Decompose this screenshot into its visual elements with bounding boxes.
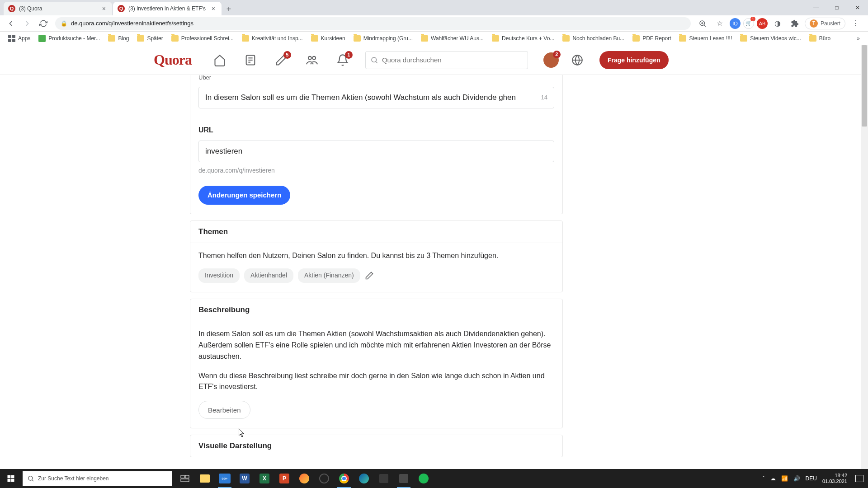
onedrive-icon[interactable]: ☁ (770, 475, 776, 482)
wifi-icon[interactable]: 📶 (781, 475, 788, 482)
uber-input[interactable]: In diesem Salon soll es um die Themen Ak… (198, 87, 554, 108)
bookmark-folder[interactable]: Mindmapping (Gru... (350, 33, 416, 43)
url-field[interactable]: 🔒 de.quora.com/q/investiereninaktienetfs… (55, 17, 691, 30)
search-box[interactable] (365, 51, 528, 69)
bookmark-folder[interactable]: Später (133, 33, 166, 43)
maximize-button[interactable]: □ (826, 0, 847, 15)
new-tab-button[interactable]: + (222, 3, 235, 15)
globe-icon[interactable] (570, 52, 585, 68)
excel-icon[interactable]: X (255, 469, 274, 488)
badge: 5 (283, 51, 291, 59)
settings-card-beschreibung: Beschreibung In diesem Salon soll es um … (190, 299, 563, 428)
tab-title: (3) Quora (19, 5, 42, 12)
ask-question-button[interactable]: Frage hinzufügen (599, 51, 669, 69)
volume-icon[interactable]: 🔊 (793, 475, 800, 482)
quora-favicon: Q (8, 5, 15, 12)
reload-button[interactable] (36, 16, 51, 31)
bookmark-folder[interactable]: Wahlfächer WU Aus... (417, 33, 487, 43)
bookmark-folder[interactable]: Professionell Schrei... (168, 33, 237, 43)
back-button[interactable] (4, 16, 18, 31)
quora-favicon: Q (118, 5, 125, 12)
profile-chip[interactable]: T Pausiert (805, 18, 845, 29)
svg-rect-9 (8, 475, 11, 479)
start-button[interactable] (0, 469, 22, 488)
settings-card-about: Über In diesem Salon soll es um die Them… (190, 75, 563, 214)
topic-chip[interactable]: Investition (198, 268, 240, 283)
extensions-menu-icon[interactable] (788, 16, 802, 31)
bookmark-folder[interactable]: PDF Report (629, 33, 675, 43)
notifications-icon[interactable] (855, 475, 863, 482)
apps-button[interactable]: Apps (5, 33, 34, 44)
bookmark-folder[interactable]: Steuern Lesen !!!! (675, 33, 736, 43)
bookmarks-overflow[interactable]: » (853, 35, 863, 42)
browser-tab[interactable]: Q (3) Quora × (4, 2, 112, 15)
language-indicator[interactable]: DEU (806, 475, 817, 482)
menu-icon[interactable]: ⋮ (848, 16, 863, 31)
svg-rect-15 (185, 475, 189, 478)
close-icon[interactable]: × (100, 5, 108, 12)
browser-tab-strip: Q (3) Quora × Q (3) Investieren in Aktie… (0, 0, 868, 15)
close-window-button[interactable]: ✕ (847, 0, 868, 15)
svg-rect-10 (11, 475, 14, 479)
bookmark-folder[interactable]: Kreativität und Insp... (238, 33, 307, 43)
bookmark-folder[interactable]: Steuern Videos wic... (736, 33, 805, 43)
calendar-icon[interactable]: 99+ (215, 469, 234, 488)
extension-icon[interactable]: 🛒1 (743, 18, 754, 29)
bookmark-folder[interactable]: Deutsche Kurs + Vo... (488, 33, 558, 43)
topic-chip[interactable]: Aktienhandel (244, 268, 293, 283)
close-icon[interactable]: × (210, 5, 217, 12)
description-paragraph: In diesem Salon soll es um die Themen Ak… (198, 328, 554, 362)
extension-icon[interactable]: IQ (730, 18, 741, 29)
taskbar-search[interactable]: Zur Suche Text hier eingeben (23, 471, 172, 486)
section-title: Themen (190, 221, 562, 243)
app-icon[interactable] (374, 469, 393, 488)
browser-tab-active[interactable]: Q (3) Investieren in Aktien & ETF's × (113, 2, 222, 15)
powerpoint-icon[interactable]: P (275, 469, 294, 488)
section-title: Visuelle Darstellung (190, 435, 562, 457)
url-text: de.quora.com/q/investiereninaktienetfs/s… (71, 20, 193, 27)
system-tray: ˄ ☁ 📶 🔊 DEU 18:42 01.03.2021 (762, 473, 868, 484)
word-icon[interactable]: W (235, 469, 254, 488)
star-icon[interactable]: ☆ (712, 16, 727, 31)
bookmark-folder[interactable]: Noch hochladen Bu... (559, 33, 628, 43)
task-view-icon[interactable] (175, 469, 194, 488)
svg-point-6 (312, 56, 316, 59)
app-icon[interactable] (295, 469, 314, 488)
spotify-icon[interactable] (414, 469, 433, 488)
edit-button[interactable]: Bearbeiten (198, 401, 250, 419)
scroll-thumb[interactable] (862, 45, 867, 127)
file-explorer-icon[interactable] (195, 469, 214, 488)
tray-chevron-icon[interactable]: ˄ (762, 475, 765, 482)
clock[interactable]: 18:42 01.03.2021 (822, 473, 850, 484)
obs-icon[interactable] (315, 469, 334, 488)
address-bar: 🔒 de.quora.com/q/investiereninaktienetfs… (0, 15, 868, 32)
bookmark-folder[interactable]: Kursideen (307, 33, 349, 43)
chrome-icon[interactable] (335, 469, 354, 488)
edge-icon[interactable] (354, 469, 373, 488)
save-changes-button[interactable]: Änderungen speichern (198, 186, 290, 205)
url-value: investieren (205, 145, 242, 157)
avatar[interactable]: 2 (543, 52, 559, 68)
topic-chip[interactable]: Aktien (Finanzen) (298, 268, 360, 283)
taskbar: Zur Suche Text hier eingeben 99+ W X P ˄… (0, 469, 868, 488)
url-input[interactable]: investieren (198, 141, 554, 162)
scrollbar[interactable] (861, 45, 868, 469)
forward-button[interactable] (20, 16, 34, 31)
quora-logo[interactable]: Quora (154, 52, 192, 68)
app-icon[interactable] (394, 469, 413, 488)
search-input[interactable] (382, 56, 523, 64)
zoom-icon[interactable] (695, 16, 710, 31)
answer-icon[interactable]: 5 (271, 50, 291, 70)
pencil-icon[interactable] (365, 271, 374, 280)
spaces-icon[interactable] (302, 50, 322, 70)
adblock-icon[interactable]: AB (757, 18, 768, 29)
bookmark-item[interactable]: Produktsuche - Mer... (35, 33, 104, 44)
extension-icon[interactable]: ◑ (770, 16, 785, 31)
following-icon[interactable] (241, 50, 260, 70)
notifications-icon[interactable]: 1 (333, 50, 353, 70)
home-icon[interactable] (210, 50, 230, 70)
bookmark-folder[interactable]: Büro (806, 33, 834, 43)
bookmark-folder[interactable]: Blog (104, 33, 132, 43)
description-paragraph: Wenn du diese Beschreibung liest schreib… (198, 371, 554, 393)
minimize-button[interactable]: — (806, 0, 826, 15)
